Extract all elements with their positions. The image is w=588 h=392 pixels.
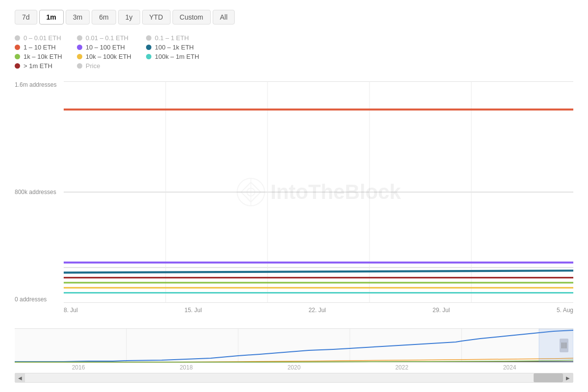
y-label-mid: 800k addresses xyxy=(15,189,56,196)
y-label-top: 1.6m addresses xyxy=(15,81,56,88)
x-label-1: 15. Jul xyxy=(184,307,201,314)
legend-item-2[interactable]: 0.1 – 1 ETH xyxy=(146,34,199,42)
x-label-2: 22. Jul xyxy=(309,307,326,314)
chart-svg-container: IntoTheBlock xyxy=(64,81,573,303)
legend-dot-2 xyxy=(146,35,151,41)
y-label-bot: 0 addresses xyxy=(15,296,56,303)
legend-item-5[interactable]: 100 – 1k ETH xyxy=(146,44,199,51)
legend-dot-1 xyxy=(77,35,82,41)
main-chart-svg xyxy=(64,81,573,303)
mini-x-label-2: 2020 xyxy=(288,364,301,371)
legend-dot-4 xyxy=(77,45,82,50)
legend-label-8: 100k – 1m ETH xyxy=(155,53,199,60)
legend-item-8[interactable]: 100k – 1m ETH xyxy=(146,53,199,60)
legend-label-3: 1 – 10 ETH xyxy=(24,44,56,51)
legend-dot-7 xyxy=(77,54,82,59)
x-label-3: 29. Jul xyxy=(433,307,450,314)
scrollbar-track[interactable] xyxy=(25,373,563,382)
legend-item-6[interactable]: 1k – 10k ETH xyxy=(15,53,62,60)
legend-dot-8 xyxy=(146,54,151,59)
legend-item-7[interactable]: 10k – 100k ETH xyxy=(77,53,131,60)
mini-x-label-1: 2018 xyxy=(180,364,193,371)
main-chart: 1.6m addresses 800k addresses 0 addresse… xyxy=(15,81,573,322)
legend-item-3[interactable]: 1 – 10 ETH xyxy=(15,44,62,51)
scrollbar-thumb[interactable] xyxy=(534,373,563,382)
time-btn-3m[interactable]: 3m xyxy=(66,10,90,24)
legend-dot-5 xyxy=(146,45,151,50)
time-range-selector: 7d 1m 3m 6m 1y YTD Custom All xyxy=(15,10,573,24)
legend-label-6: 1k – 10k ETH xyxy=(24,53,62,60)
scroll-right-arrow[interactable]: ▶ xyxy=(563,373,573,383)
legend-dot-3 xyxy=(15,45,20,50)
x-axis-labels: 8. Jul 15. Jul 22. Jul 29. Jul 5. Aug xyxy=(64,303,573,322)
scroll-left-arrow[interactable]: ◀ xyxy=(15,373,25,383)
legend-item-9[interactable]: > 1m ETH xyxy=(15,62,62,70)
time-btn-custom[interactable]: Custom xyxy=(172,10,211,24)
time-btn-6m[interactable]: 6m xyxy=(92,10,116,24)
main-container: 7d 1m 3m 6m 1y YTD Custom All 0 – 0.01 E… xyxy=(0,0,588,392)
legend-dot-9 xyxy=(15,63,20,69)
legend-label-7: 10k – 100k ETH xyxy=(86,53,131,60)
mini-x-label-0: 2016 xyxy=(72,364,85,371)
legend-label-9: > 1m ETH xyxy=(24,62,52,70)
time-btn-1m[interactable]: 1m xyxy=(39,10,64,24)
legend-label-0: 0 – 0.01 ETH xyxy=(24,34,61,42)
svg-line-14 xyxy=(64,270,573,272)
legend-item-1[interactable]: 0.01 – 0.1 ETH xyxy=(77,34,131,42)
legend-label-10: Price xyxy=(86,62,100,70)
legend-label-2: 0.1 – 1 ETH xyxy=(155,34,189,42)
mini-x-label-3: 2022 xyxy=(395,364,409,371)
mini-chart: 2016 2018 2020 2022 2024 ◀ ▶ xyxy=(15,328,573,382)
mini-x-label-4: 2024 xyxy=(503,364,516,371)
chart-legend: 0 – 0.01 ETH 0.01 – 0.1 ETH 0.1 – 1 ETH … xyxy=(15,34,199,70)
time-btn-ytd[interactable]: YTD xyxy=(142,10,171,24)
time-btn-1y[interactable]: 1y xyxy=(118,10,140,24)
time-btn-all[interactable]: All xyxy=(213,10,235,24)
scrollbar[interactable]: ◀ ▶ xyxy=(15,373,573,383)
legend-dot-10 xyxy=(77,63,82,69)
legend-label-4: 10 – 100 ETH xyxy=(86,44,125,51)
y-axis-labels: 1.6m addresses 800k addresses 0 addresse… xyxy=(15,81,56,303)
x-label-0: 8. Jul xyxy=(64,307,78,314)
legend-item-4[interactable]: 10 – 100 ETH xyxy=(77,44,131,51)
x-label-4: 5. Aug xyxy=(557,307,573,314)
svg-rect-19 xyxy=(15,329,573,363)
time-btn-7d[interactable]: 7d xyxy=(15,10,37,24)
legend-dot-6 xyxy=(15,54,20,59)
legend-item-10[interactable]: Price xyxy=(77,62,131,70)
legend-dot-0 xyxy=(15,35,20,41)
mini-x-labels: 2016 2018 2020 2022 2024 xyxy=(15,364,573,371)
legend-item-0[interactable]: 0 – 0.01 ETH xyxy=(15,34,62,42)
legend-label-5: 100 – 1k ETH xyxy=(155,44,194,51)
legend-label-1: 0.01 – 0.1 ETH xyxy=(86,34,128,42)
mini-chart-svg xyxy=(15,329,573,363)
